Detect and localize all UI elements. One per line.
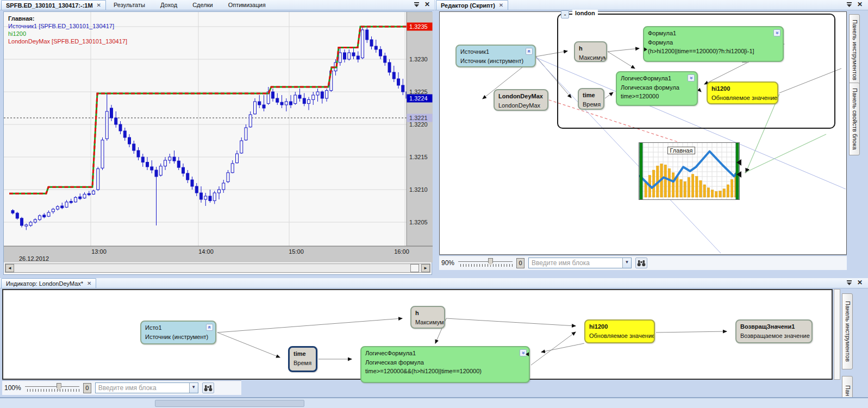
block-vozvrashzznacheni1[interactable]: ВозвращЗначени1Возвращаемое значение bbox=[735, 319, 813, 343]
scroll-left-icon[interactable]: ◄ bbox=[5, 264, 14, 272]
scrollbar-thumb[interactable] bbox=[155, 400, 304, 407]
block-subtitle: Источник (инструмент) bbox=[460, 57, 531, 66]
dropdown-arrow-icon[interactable]: ▼ bbox=[622, 258, 631, 268]
block-subtitle: (h>hi1200||time==120000)?h:hi1200[i-1] bbox=[648, 47, 779, 56]
svg-text:26.12.2012: 26.12.2012 bbox=[19, 255, 49, 262]
block-subtitle: LondonDeyMax bbox=[498, 101, 544, 110]
close-icon[interactable]: ✕ bbox=[424, 2, 430, 7]
chart-panel: SPFB.ED_130101_130417:-:1M ✕ РезультатыД… bbox=[0, 0, 434, 278]
menu-item-Сделки[interactable]: Сделки bbox=[185, 1, 221, 9]
block-h-maximum[interactable]: hМаксимум bbox=[410, 306, 445, 329]
side-tab-1[interactable]: Панель инструментов bbox=[849, 14, 860, 86]
svg-text:1.3221: 1.3221 bbox=[409, 115, 428, 121]
block-search-input[interactable] bbox=[96, 384, 189, 392]
main-pane-block[interactable]: Главная bbox=[639, 142, 740, 200]
zoom-reset-button[interactable]: 0 bbox=[83, 383, 91, 393]
block-search-input[interactable] bbox=[529, 259, 622, 267]
indicator-footer: 100% 0 ▼ bbox=[2, 380, 241, 395]
menu-item-Результаты[interactable]: Результаты bbox=[106, 1, 153, 9]
input-port[interactable] bbox=[288, 358, 289, 362]
pin-menu-icon[interactable] bbox=[846, 280, 852, 285]
block-title: LondonDeyMax bbox=[498, 92, 544, 101]
svg-text:1.3225: 1.3225 bbox=[409, 89, 428, 95]
zoom-slider[interactable] bbox=[25, 382, 79, 393]
block-title: ЛогичесФормула1 bbox=[621, 74, 693, 83]
tab-chart-label: SPFB.ED_130101_130417:-:1M bbox=[6, 2, 93, 9]
tab-chart[interactable]: SPFB.ED_130101_130417:-:1M ✕ bbox=[1, 0, 106, 10]
editor-footer: 90% 0 ▼ bbox=[439, 255, 847, 270]
block-hi1200[interactable]: hi1200Обновляемое значение bbox=[584, 319, 655, 343]
side-tab-1[interactable]: Панель инструментов bbox=[842, 293, 853, 369]
chart-scrollbar[interactable]: ◄ ► bbox=[5, 263, 430, 273]
svg-text:1.3220: 1.3220 bbox=[409, 121, 428, 128]
tab-close-icon[interactable]: ✕ bbox=[97, 2, 101, 8]
svg-text:1.3224: 1.3224 bbox=[409, 95, 428, 102]
block-subtitle: Логическая формула bbox=[365, 358, 525, 367]
tab-script-editor[interactable]: Редактор (Скрипт) ✕ bbox=[436, 0, 508, 10]
window-bottom-scrollbar[interactable] bbox=[0, 397, 868, 408]
scroll-right-icon[interactable]: ► bbox=[421, 264, 430, 272]
indicator-window-buttons: ✕ bbox=[846, 280, 863, 285]
pin-menu-icon[interactable] bbox=[846, 2, 852, 7]
block-title: hi1200 bbox=[589, 322, 650, 331]
find-block-button[interactable] bbox=[202, 382, 214, 393]
collapse-chevron-icon[interactable]: « bbox=[773, 29, 780, 36]
block-formula1[interactable]: Формула1«Формула(h>hi1200||time==120000)… bbox=[643, 26, 784, 62]
find-block-button[interactable] bbox=[635, 258, 647, 268]
pin-menu-icon[interactable] bbox=[414, 2, 420, 7]
svg-text:14:00: 14:00 bbox=[198, 248, 214, 255]
collapse-chevron-icon[interactable]: « bbox=[526, 48, 533, 55]
block-title: h bbox=[579, 44, 602, 53]
indicator-tabstrip: Индикатор: LondonDeyMax* ✕ ✕ bbox=[0, 278, 868, 288]
chart-legend: Главная:Источник1 [SPFB.ED_130101_130417… bbox=[8, 15, 127, 45]
tab-indicator-label: Индикатор: LondonDeyMax* bbox=[6, 280, 83, 287]
block-subtitle: Возвращаемое значение bbox=[740, 331, 808, 341]
svg-text:16:00: 16:00 bbox=[394, 248, 409, 255]
block-subtitle: Источник (инструмент) bbox=[145, 332, 211, 342]
block-subtitle: Время bbox=[294, 359, 312, 368]
block-title: ВозвращЗначени1 bbox=[740, 322, 808, 331]
zoom-slider[interactable] bbox=[458, 258, 513, 268]
block-title: Формула1 bbox=[648, 29, 779, 38]
block-logichesformula1[interactable]: ЛогичесФормула1«Логическая формулаtime>=… bbox=[360, 346, 530, 383]
close-icon[interactable]: ✕ bbox=[857, 280, 863, 285]
price-chart[interactable]: 1.32351.32301.32251.32201.32151.32101.32… bbox=[3, 11, 432, 275]
collapse-group-button[interactable]: - bbox=[561, 10, 569, 18]
block-hi1200[interactable]: hi1200Обновляемое значение bbox=[707, 81, 778, 104]
input-arrow-icon bbox=[736, 171, 741, 178]
input-arrow-icon bbox=[643, 47, 647, 52]
scrollbar-thumb[interactable] bbox=[410, 264, 419, 272]
indicator-vscrollbar[interactable] bbox=[834, 289, 840, 380]
tab-close-icon[interactable]: ✕ bbox=[87, 280, 91, 286]
block-logichesformula1[interactable]: ЛогичесФормула1«Логическая формулаtime>=… bbox=[616, 71, 698, 106]
block-title: time bbox=[294, 349, 312, 359]
block-subtitle: Максимум bbox=[415, 318, 440, 327]
input-arrow-icon bbox=[736, 159, 741, 166]
block-title: hi1200 bbox=[711, 84, 773, 93]
dropdown-arrow-icon[interactable]: ▼ bbox=[189, 383, 198, 393]
side-tab-2[interactable]: Панель свойств блока bbox=[849, 83, 860, 155]
collapse-chevron-icon[interactable]: « bbox=[688, 74, 695, 81]
block-londondeymax[interactable]: LondonDeyMaxLondonDeyMax bbox=[494, 89, 548, 111]
zoom-level-label: 100% bbox=[4, 384, 21, 392]
legend-series-label: LondonDeyMax [SPFB.ED_130101_130417] bbox=[8, 37, 127, 45]
output-port[interactable] bbox=[317, 358, 317, 362]
zoom-reset-button[interactable]: 0 bbox=[516, 258, 524, 268]
tab-close-icon[interactable]: ✕ bbox=[499, 2, 503, 8]
block-subtitle: Максимум bbox=[579, 53, 602, 62]
block-istochnik1[interactable]: Источник1«Источник (инструмент) bbox=[455, 45, 536, 67]
tab-indicator[interactable]: Индикатор: LondonDeyMax* ✕ bbox=[1, 278, 96, 288]
menu-item-Оптимизация[interactable]: Оптимизация bbox=[221, 1, 273, 9]
chart-menu: РезультатыДоходСделкиОптимизация bbox=[106, 0, 273, 10]
group-label: london bbox=[572, 10, 598, 16]
close-icon[interactable]: ✕ bbox=[857, 2, 863, 7]
block-time[interactable]: timeВремя bbox=[288, 346, 317, 372]
block-h-maximum[interactable]: hМаксимум bbox=[574, 41, 607, 62]
editor-window-buttons: ✕ bbox=[846, 2, 863, 7]
block-time[interactable]: timeВремя bbox=[578, 88, 604, 110]
binoculars-icon bbox=[204, 385, 213, 392]
legend-title: Главная: bbox=[8, 15, 127, 22]
collapse-chevron-icon[interactable]: « bbox=[206, 324, 213, 331]
block-isto1[interactable]: Исто1«Источник (инструмент) bbox=[140, 321, 216, 344]
menu-item-Доход[interactable]: Доход bbox=[153, 1, 185, 9]
